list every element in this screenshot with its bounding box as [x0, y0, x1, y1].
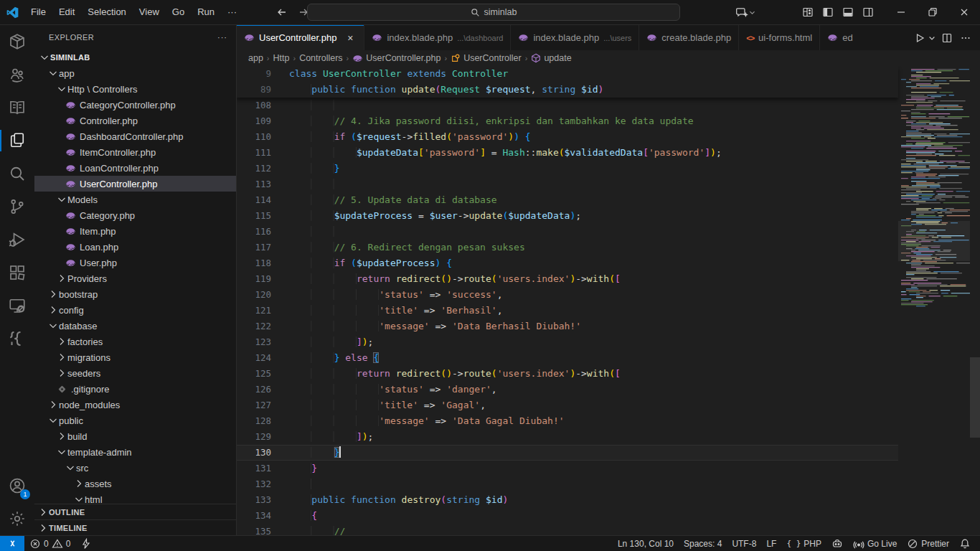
chevron-right-icon — [56, 430, 67, 442]
split-editor-icon[interactable] — [938, 29, 956, 47]
tree-item[interactable]: ItemController.php — [34, 144, 236, 160]
tree-item[interactable]: template-admin — [34, 444, 236, 460]
breadcrumb-item[interactable]: UserController — [451, 53, 522, 63]
customize-layout-icon[interactable] — [798, 2, 818, 22]
tree-item[interactable]: Category.php — [34, 207, 236, 223]
tree-item[interactable]: Item.php — [34, 223, 236, 239]
tab-ui-forms-html[interactable]: <> ui-forms.html — [739, 25, 820, 50]
history-back-icon[interactable] — [276, 6, 288, 18]
language-mode[interactable]: { }PHP — [781, 536, 826, 551]
toggle-secondary-sidebar-icon[interactable] — [858, 2, 878, 22]
tree-item[interactable]: Http \ Controllers — [34, 81, 236, 97]
notifications[interactable] — [954, 536, 976, 551]
chevron-right-icon — [56, 352, 67, 363]
settings-gear-icon[interactable] — [0, 502, 34, 535]
sticky-scroll[interactable]: 9 class UserController extends Controlle… — [237, 66, 898, 98]
remote-indicator[interactable] — [0, 536, 24, 551]
breadcrumb[interactable]: app›Http›Controllers›UserController.php›… — [237, 50, 980, 66]
encoding[interactable]: UTF-8 — [727, 536, 761, 551]
toggle-sidebar-icon[interactable] — [818, 2, 838, 22]
tree-item[interactable]: CategoryController.php — [34, 97, 236, 113]
tree-item[interactable]: Models — [34, 192, 236, 207]
tree-item[interactable]: assets — [34, 476, 236, 491]
tree-item[interactable]: factories — [34, 334, 236, 349]
minimap[interactable] — [898, 66, 970, 535]
minimize-icon[interactable] — [885, 0, 917, 24]
tab-ed[interactable]: ed — [820, 25, 859, 50]
section-timeline[interactable]: TIMELINE — [34, 519, 236, 535]
more-actions-icon[interactable] — [957, 29, 974, 47]
explorer-icon[interactable] — [0, 124, 34, 157]
source-control-icon[interactable] — [0, 190, 34, 223]
tree-item[interactable]: bootstrap — [34, 286, 236, 302]
menu-file[interactable]: File — [24, 0, 52, 24]
tree-item[interactable]: seeders — [34, 365, 236, 381]
menu-view[interactable]: View — [133, 0, 166, 24]
breadcrumb-item[interactable]: app — [248, 53, 263, 63]
tree-item[interactable]: public — [34, 413, 236, 428]
tab-index-blade-php[interactable]: index.blade.php ...\dashboard — [364, 25, 511, 50]
tree-item[interactable]: app — [34, 65, 236, 81]
tree-item[interactable]: html — [34, 491, 236, 504]
problems-indicator[interactable]: 0 0 — [24, 536, 75, 551]
restore-icon[interactable] — [917, 0, 948, 24]
tab-close-icon[interactable]: × — [344, 32, 357, 44]
tab-create-blade-php[interactable]: create.blade.php — [639, 25, 739, 50]
run-icon[interactable] — [911, 29, 928, 47]
lightning-icon[interactable] — [75, 536, 97, 551]
tree-item[interactable]: LoanController.php — [34, 160, 236, 176]
tree-item[interactable]: node_modules — [34, 397, 236, 413]
tree-item[interactable]: migrations — [34, 349, 236, 365]
copilot-status[interactable] — [826, 536, 848, 551]
go-live[interactable]: Go Live — [848, 536, 902, 551]
code-line-119: 119 return redirect()->route('users.inde… — [237, 271, 898, 287]
tree-item[interactable]: config — [34, 302, 236, 318]
breadcrumb-item[interactable]: Controllers — [299, 53, 342, 63]
braces-icon: { } — [786, 539, 801, 548]
copilot-chat-button[interactable] — [735, 6, 756, 19]
eol[interactable]: LF — [761, 536, 781, 551]
menu-more[interactable]: ··· — [221, 0, 243, 24]
breadcrumb-item[interactable]: Http — [273, 53, 290, 63]
section-outline[interactable]: OUTLINE — [34, 504, 236, 519]
chevron-down-icon[interactable] — [927, 29, 937, 47]
tree-item[interactable]: DashboardController.php — [34, 128, 236, 144]
tree-item[interactable]: src — [34, 460, 236, 476]
tree-item[interactable]: UserController.php — [34, 176, 236, 192]
account-icon[interactable]: 1 — [0, 469, 34, 502]
command-center-search[interactable]: siminlab — [307, 4, 680, 21]
close-icon[interactable] — [948, 0, 980, 24]
tree-item[interactable]: database — [34, 318, 236, 334]
live-share-icon[interactable] — [0, 58, 34, 91]
menu-go[interactable]: Go — [166, 0, 191, 24]
indentation[interactable]: Spaces: 4 — [679, 536, 727, 551]
tree-item[interactable]: Providers — [34, 270, 236, 286]
scrollbar-thumb[interactable] — [970, 357, 980, 438]
tab-usercontroller-php[interactable]: UserController.php × — [237, 25, 364, 50]
extensions-icon[interactable] — [0, 256, 34, 289]
breadcrumb-item[interactable]: UserController.php — [352, 53, 440, 64]
code-editor[interactable]: 108 109 // 4. Jika password diisi, enkri… — [237, 66, 980, 535]
prettier[interactable]: Prettier — [902, 536, 954, 551]
run-debug-icon[interactable] — [0, 223, 34, 256]
tab-index-blade-php[interactable]: index.blade.php ...\users — [511, 25, 639, 50]
package-icon[interactable] — [0, 25, 34, 58]
tree-item[interactable]: .gitignore — [34, 381, 236, 397]
remote-explorer-icon[interactable] — [0, 289, 34, 322]
snippets-icon[interactable] — [0, 322, 34, 355]
breadcrumb-item[interactable]: update — [531, 53, 571, 63]
tree-item[interactable]: build — [34, 428, 236, 444]
tree-item[interactable]: Controller.php — [34, 113, 236, 128]
explorer-more-actions-icon[interactable]: ··· — [217, 33, 227, 42]
menu-edit[interactable]: Edit — [52, 0, 81, 24]
cursor-position[interactable]: Ln 130, Col 10 — [613, 536, 679, 551]
menu-selection[interactable]: Selection — [81, 0, 132, 24]
search-icon[interactable] — [0, 157, 34, 190]
tree-item[interactable]: Loan.php — [34, 239, 236, 255]
tree-item[interactable]: User.php — [34, 255, 236, 270]
toggle-panel-icon[interactable] — [838, 2, 858, 22]
code-line-125: 125 return redirect()->route('users.inde… — [237, 366, 898, 382]
menu-run[interactable]: Run — [191, 0, 221, 24]
book-icon[interactable] — [0, 91, 34, 124]
tree-item[interactable]: SIMINLAB — [34, 50, 236, 65]
